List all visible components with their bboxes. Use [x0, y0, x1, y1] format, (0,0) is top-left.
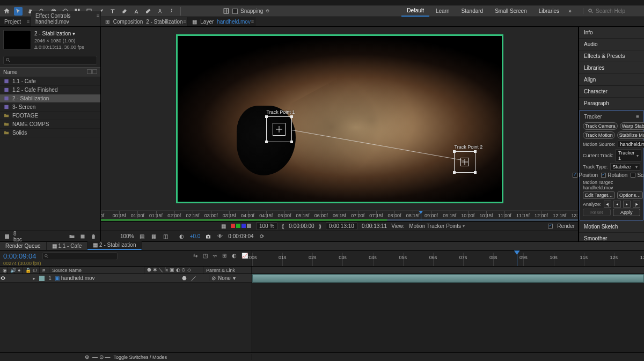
timeline-current-timecode[interactable]: 0:00:09:04 — [3, 252, 36, 260]
frame-blend-icon[interactable]: ⊞ — [222, 253, 229, 260]
selection-tool[interactable] — [14, 7, 23, 16]
timeline-track-area[interactable] — [252, 274, 644, 352]
channel-swatches[interactable] — [230, 223, 252, 229]
home-icon[interactable] — [2, 7, 11, 16]
layer-zoom-value[interactable]: 100 % — [256, 222, 277, 230]
tracker-reset-button[interactable]: Reset — [583, 209, 611, 216]
project-item[interactable]: Solids — [0, 129, 100, 137]
label-color-columns[interactable] — [86, 69, 97, 75]
tracker-options-button[interactable]: Options… — [617, 191, 643, 199]
track-point-2[interactable]: Track Point 2 — [454, 151, 475, 173]
grid-icon[interactable]: ▦ — [150, 233, 158, 240]
toggle-alpha-icon[interactable]: ◐ — [178, 233, 186, 240]
analyze-forward[interactable]: ▸ — [623, 201, 631, 208]
panel-audio[interactable]: Audio — [579, 39, 644, 50]
panel-info[interactable]: Info — [579, 27, 644, 39]
zoom-slider-icon[interactable]: ― ⊙ ― — [92, 354, 111, 360]
mask-visibility-icon[interactable]: ◫ — [162, 233, 170, 240]
project-item[interactable]: FOOTAGE — [0, 112, 100, 120]
comp-mini-flowchart-icon[interactable]: ⇆ — [193, 253, 200, 260]
render-checkbox[interactable] — [548, 224, 553, 229]
in-point-icon[interactable]: ⸨ — [282, 223, 284, 230]
viewer-canvas[interactable]: Track Point 1 Track Point 2 — [101, 27, 578, 210]
rotation-checkbox[interactable]: Rotation — [601, 172, 627, 178]
source-name-col[interactable]: Source Name — [49, 267, 144, 274]
timeline-cti[interactable] — [517, 251, 517, 266]
layer-row-1[interactable]: ▸ 1 ▣ handheld.mov ⬣ ／ ⊘ None ▾ — [0, 274, 252, 283]
interpret-footage-icon[interactable] — [3, 233, 11, 240]
scale-checkbox[interactable]: Scale — [631, 172, 644, 178]
analyze-forward-one[interactable]: |▸ — [633, 201, 640, 208]
panel-menu-icon[interactable]: ≡ — [27, 19, 30, 24]
track-camera-button[interactable]: Track Camera — [583, 122, 618, 130]
project-search-input[interactable] — [3, 56, 97, 65]
comp-zoom-dropdown[interactable]: 100% — [120, 233, 134, 239]
brush-tool[interactable] — [120, 7, 129, 16]
workspace-libraries[interactable]: Libraries — [533, 6, 565, 16]
layer-time-ruler[interactable]: 00f00:15f01:00f01:15f02:00f02:15f03:00f0… — [101, 210, 578, 221]
edit-target-button[interactable]: Edit Target… — [583, 191, 615, 199]
snapping-checkbox[interactable] — [232, 9, 238, 14]
track-motion-button[interactable]: Track Motion — [583, 131, 615, 139]
panel-menu-icon[interactable]: ≡ — [636, 114, 639, 120]
new-folder-icon[interactable] — [68, 233, 76, 240]
roto-tool[interactable] — [156, 7, 164, 16]
workspace-overflow[interactable]: » — [566, 8, 574, 14]
analyze-backward[interactable]: ◂ — [613, 201, 621, 208]
snapshot-icon[interactable] — [204, 233, 212, 240]
trash-icon[interactable] — [90, 233, 97, 240]
timeline-search-input[interactable] — [42, 252, 118, 260]
panel-character[interactable]: Character — [579, 86, 644, 98]
track-point-1[interactable]: Track Point 1 — [266, 116, 292, 142]
tab-comp-cafe[interactable]: ▦ 1.1 - Cafe — [47, 242, 88, 250]
tab-effect-controls[interactable]: Effect Controls handheld.mov≡ — [31, 11, 101, 26]
label-col[interactable]: 🏷 — [30, 267, 40, 274]
panel-align[interactable]: Align — [579, 74, 644, 86]
project-item[interactable]: 3- Screen — [0, 103, 100, 112]
snapping-options-icon[interactable]: ⚙ — [266, 9, 269, 13]
show-snapshot-icon[interactable]: 👁 — [216, 233, 224, 240]
clone-tool[interactable] — [132, 7, 141, 16]
panel-menu-icon[interactable]: ≡ — [97, 13, 99, 18]
warp-stabilizer-button[interactable]: Warp Stabilizer — [620, 122, 644, 130]
stabilize-motion-button[interactable]: Stabilize Motion — [617, 131, 644, 139]
tab-render-queue[interactable]: Render Queue — [0, 242, 47, 250]
parent-col[interactable]: Parent & Link — [203, 267, 252, 274]
project-item[interactable]: 1.2 - Cafe Finished — [0, 86, 100, 94]
draft3d-icon[interactable]: ◳ — [203, 253, 210, 260]
tab-layer[interactable]: ▦ Layer handheld.mov ≡ — [188, 17, 255, 26]
panel-menu-icon[interactable]: ≡ — [183, 19, 186, 24]
position-checkbox[interactable]: Position — [573, 172, 598, 178]
tab-project[interactable]: Project≡ — [0, 17, 31, 26]
project-columns-header[interactable]: Name — [0, 67, 100, 77]
layer-current-tc[interactable]: 0:00:13:10 — [326, 222, 357, 230]
toggle-switches-icon[interactable]: ⊕ — [85, 354, 89, 360]
workspace-small-screen[interactable]: Small Screen — [489, 6, 532, 16]
panel-motion-sketch[interactable]: Motion Sketch — [579, 221, 644, 233]
tab-comp-stabilization[interactable]: ▦ 2 - Stabilization — [87, 241, 142, 250]
audio-switch-col[interactable]: 🔊 — [8, 267, 15, 274]
workspace-default[interactable]: Default — [401, 5, 429, 17]
current-track-dropdown[interactable]: Tracker 1 — [616, 149, 641, 162]
exposure-value[interactable]: +0.0 — [190, 233, 201, 239]
layer-in-tc[interactable]: 0:00:00:00 — [289, 223, 314, 229]
eraser-tool[interactable] — [144, 7, 152, 16]
tracker-apply-button[interactable]: Apply — [613, 209, 641, 216]
layer-parent-dropdown[interactable]: ⊘ None ▾ — [209, 275, 252, 281]
project-item[interactable]: 1.1 - Cafe — [0, 77, 100, 86]
color-depth-toggle[interactable]: 8 bpc — [14, 233, 21, 240]
preview-icon[interactable]: ⟳ — [258, 233, 266, 240]
lock-switch-col[interactable]: 🔒 — [23, 267, 30, 274]
twirl-icon[interactable]: ▸ — [30, 276, 38, 281]
tab-composition[interactable]: ⊞ Composition 2 - Stabilization ≡ — [101, 17, 188, 26]
new-comp-icon[interactable] — [79, 233, 86, 240]
workspace-standard[interactable]: Standard — [456, 6, 489, 16]
toggle-switches-label[interactable]: Toggle Switches / Modes — [114, 355, 167, 360]
timeline-ruler[interactable]: :00s01s02s03s04s05s06s07s08s09s10s11s12s… — [252, 251, 644, 266]
motion-blur-icon[interactable]: ◐ — [232, 253, 239, 260]
project-item[interactable]: 2 - Stabilization — [0, 94, 100, 103]
panel-effects-presets[interactable]: Effects & Presets — [579, 50, 644, 62]
layer-view-dropdown[interactable]: View: Motion Tracker Points — [391, 223, 465, 229]
layer-switches[interactable]: ⬣ ／ — [179, 275, 209, 282]
video-switch-col[interactable]: ◉ — [0, 267, 8, 274]
